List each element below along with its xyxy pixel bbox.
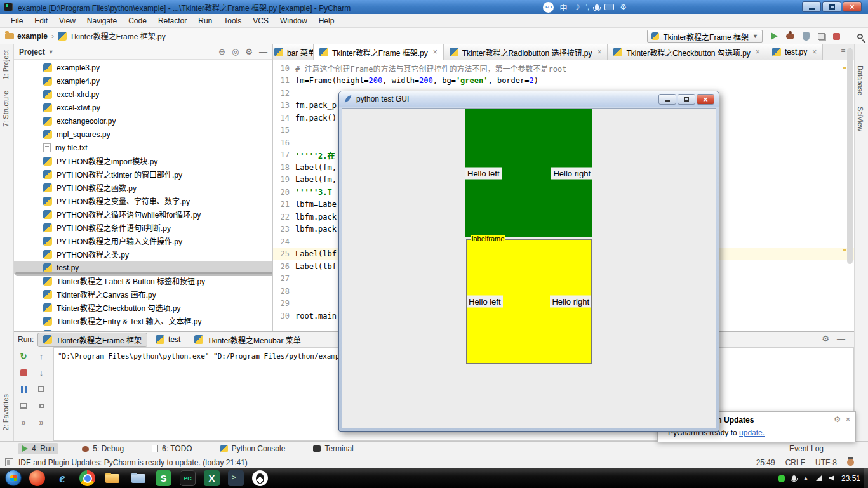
project-tree-item[interactable]: Tkinter教程之Canvas 画布.py: [14, 287, 272, 301]
close-tab-icon[interactable]: ×: [756, 48, 760, 56]
update-link[interactable]: update.: [739, 428, 765, 437]
media-folder-taskbar-icon[interactable]: [130, 470, 147, 487]
more-actions-chevron-icon[interactable]: »: [36, 417, 46, 427]
tool-window-button-python[interactable]: Python Console: [216, 443, 290, 454]
scroll-to-end-icon[interactable]: [36, 400, 46, 411]
tk-close-button[interactable]: ×: [697, 94, 714, 105]
tool-stripe-button[interactable]: SciView: [855, 101, 866, 137]
menu-item-run[interactable]: Run: [192, 16, 218, 25]
more-actions-chevron-icon[interactable]: »: [18, 417, 29, 427]
project-tree-item[interactable]: Tkinter教程之Entry & Text 输入、文本框.py: [14, 314, 272, 327]
menu-item-window[interactable]: Window: [274, 16, 313, 25]
menu-item-code[interactable]: Code: [123, 16, 152, 25]
qq-taskbar-icon[interactable]: [252, 470, 268, 486]
internet-explorer-taskbar-icon[interactable]: [53, 470, 71, 487]
show-desktop-button[interactable]: [864, 468, 868, 488]
editor-tab[interactable]: bar 菜单.py×: [273, 44, 314, 60]
encoding-indicator[interactable]: UTF-8: [815, 458, 837, 467]
restore-layout-icon[interactable]: [18, 400, 29, 411]
menu-item-file[interactable]: File: [5, 16, 29, 25]
stop-button[interactable]: [833, 33, 840, 40]
profiler-button[interactable]: [818, 33, 825, 40]
run-configuration-select[interactable]: Tkinter教程之Frame 框架 ▼: [647, 30, 763, 43]
project-tree-item[interactable]: PYTHON教程之用户输入文件操作.py: [14, 234, 272, 247]
line-separator-indicator[interactable]: CRLF: [785, 458, 805, 467]
menu-item-edit[interactable]: Edit: [29, 16, 53, 25]
run-tab[interactable]: test: [150, 333, 186, 347]
project-tree-item[interactable]: Tkinter教程之Checkbutton 勾选项.py: [14, 301, 272, 314]
run-tab[interactable]: Tkinter教程之Menubar 菜单: [189, 333, 306, 347]
chrome-taskbar-icon[interactable]: [79, 470, 95, 486]
project-tree-item[interactable]: PYTHON教程之函数.py: [14, 181, 272, 194]
caret-position[interactable]: 25:49: [756, 458, 775, 467]
highlighting-level-icon[interactable]: [847, 459, 854, 466]
coverage-button[interactable]: [803, 32, 810, 41]
excel-taskbar-icon[interactable]: [204, 470, 220, 486]
collapse-all-icon[interactable]: ⊖: [218, 47, 225, 56]
pycharm-taskbar-icon[interactable]: [180, 470, 196, 486]
project-panel-header[interactable]: Project ▼ ⊖ ◎ ⚙ —: [14, 44, 272, 60]
terminal-taskbar-icon[interactable]: [228, 470, 244, 486]
project-tree-item[interactable]: PYTHON教程之循环语句while和for循环.py: [14, 208, 272, 221]
close-tab-icon[interactable]: ×: [812, 48, 817, 56]
tray-mic-icon[interactable]: [792, 475, 796, 481]
project-tree-item[interactable]: Tkinter教程之 Label & Button 标签和按钮.py: [14, 274, 272, 287]
project-tree-item[interactable]: PYTHON教程之类.py: [14, 247, 272, 261]
close-button[interactable]: ×: [843, 1, 862, 12]
ifly-punctuation-icon[interactable]: ’,: [585, 3, 589, 11]
project-tree-item[interactable]: excel-xlwt.py: [14, 101, 272, 114]
project-tree-item[interactable]: PYTHON教程之import模块.py: [14, 154, 272, 168]
project-tree-item[interactable]: my file.txt: [14, 141, 272, 154]
editor-scrollbar[interactable]: [847, 48, 853, 264]
error-stripe-mark[interactable]: [843, 249, 846, 251]
ifly-input-toolbar[interactable]: iFLY 中 ☽ ’, ⚙: [543, 1, 627, 13]
tool-stripe-button[interactable]: Database: [855, 60, 866, 101]
window-titlebar[interactable]: example [D:\Program Files\python\example…: [0, 0, 868, 14]
hide-panel-icon[interactable]: —: [259, 47, 267, 56]
tk-window-titlebar[interactable]: python test GUI ×: [339, 91, 719, 107]
menu-item-view[interactable]: View: [53, 16, 81, 25]
ifly-moon-icon[interactable]: ☽: [573, 3, 580, 11]
ifly-language-icon[interactable]: 中: [559, 2, 567, 13]
event-log-button[interactable]: Event Log: [789, 444, 824, 453]
editor-tab[interactable]: Tkinter教程之Frame 框架.py×: [314, 44, 444, 60]
file-explorer-taskbar-icon[interactable]: [103, 470, 121, 487]
tray-expand-icon[interactable]: ▲: [803, 475, 809, 482]
error-stripe-mark[interactable]: [843, 67, 846, 69]
tool-window-switcher-icon[interactable]: [5, 458, 13, 466]
status-message[interactable]: IDE and Plugin Updates: PyCharm is ready…: [18, 458, 248, 467]
tool-window-button-todo[interactable]: 6: TODO: [147, 443, 197, 454]
tk-minimize-button[interactable]: [658, 94, 676, 105]
project-tree-item[interactable]: PYTHON教程之tkinter 的窗口部件.py: [14, 168, 272, 181]
project-tree-item[interactable]: example3.py: [14, 61, 272, 74]
menu-item-tools[interactable]: Tools: [218, 16, 247, 25]
ifly-settings-icon[interactable]: ⚙: [620, 3, 627, 11]
project-tree-item[interactable]: example4.py: [14, 74, 272, 88]
s-tool-taskbar-icon[interactable]: [156, 470, 171, 486]
hide-panel-icon[interactable]: —: [837, 334, 845, 343]
project-tree-item[interactable]: mpl_squares.py: [14, 128, 272, 141]
project-tree-item[interactable]: PYTHON教程之变量、字符串、数字.py: [14, 194, 272, 208]
settings-gear-icon[interactable]: ⚙: [245, 47, 253, 56]
soft-wrap-icon[interactable]: [36, 384, 46, 394]
settings-gear-icon[interactable]: ⚙: [822, 334, 829, 343]
stop-icon[interactable]: [18, 367, 29, 378]
project-tree-item[interactable]: excel-xlrd.py: [14, 88, 272, 101]
settings-gear-icon[interactable]: ⚙: [834, 415, 841, 424]
project-tree-item[interactable]: PYTHON教程之条件语句if判断.py: [14, 221, 272, 234]
ifly-keyboard-icon[interactable]: [604, 4, 614, 10]
tk-app-window[interactable]: python test GUI × Hello left Hello right…: [338, 91, 719, 432]
red-browser-taskbar-icon[interactable]: [29, 470, 45, 486]
down-stack-trace-icon[interactable]: ↓: [36, 367, 46, 378]
tk-maximize-button[interactable]: [678, 94, 695, 105]
run-tab[interactable]: Tkinter教程之Frame 框架: [37, 333, 147, 347]
tool-stripe-button[interactable]: 2: Favorites: [0, 388, 11, 436]
menu-item-vcs[interactable]: VCS: [247, 16, 274, 25]
tool-stripe-button[interactable]: 1: Project: [0, 44, 11, 85]
pause-output-icon[interactable]: [18, 384, 29, 394]
taskbar-clock[interactable]: 23:51: [841, 474, 860, 483]
tool-window-button-run[interactable]: 4: Run: [18, 443, 58, 454]
menu-item-help[interactable]: Help: [313, 16, 340, 25]
tool-window-button-terminal[interactable]: Terminal: [309, 443, 357, 454]
run-button[interactable]: [771, 32, 778, 40]
